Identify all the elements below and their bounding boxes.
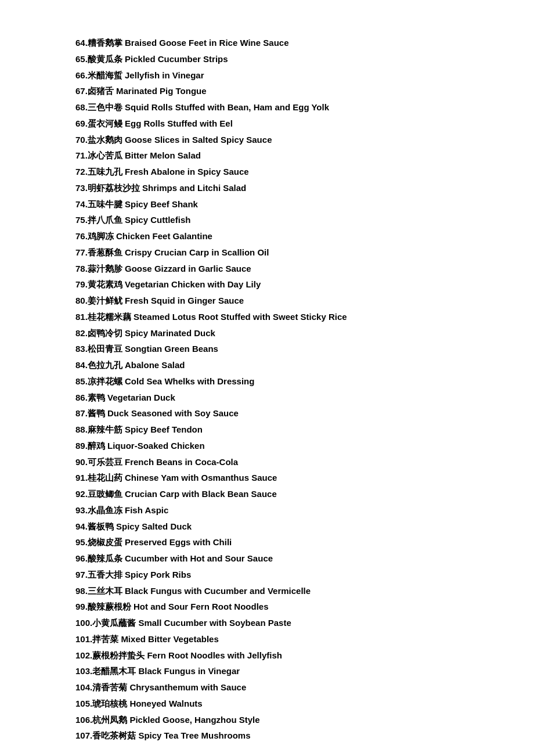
item-number-chinese: 106.杭州凤鹅: [75, 715, 127, 725]
menu-item: 89.醉鸡 Liquor-Soaked Chicken: [75, 438, 459, 454]
item-english: Braised Goose Feet in Rice Wine Sauce: [125, 38, 288, 48]
item-number-chinese: 71.冰心苦瓜: [75, 150, 122, 160]
menu-item: 103.老醋黑木耳 Black Fungus in Vinegar: [75, 663, 459, 679]
item-english: Spicy Beef Shank: [125, 199, 198, 209]
menu-item: 94.酱板鸭 Spicy Salted Duck: [75, 519, 459, 535]
item-number-chinese: 103.老醋黑木耳: [75, 666, 136, 676]
menu-item: 91.桂花山药 Chinese Yam with Osmanthus Sauce: [75, 470, 459, 486]
menu-item: 92.豆豉鲫鱼 Crucian Carp with Black Bean Sau…: [75, 486, 459, 502]
item-number-chinese: 70.盐水鹅肉: [75, 135, 122, 145]
menu-item: 80.姜汁鲜鱿 Fresh Squid in Ginger Sauce: [75, 293, 459, 309]
menu-item: 79.黄花素鸡 Vegetarian Chicken with Day Lily: [75, 276, 459, 293]
item-english: Spicy Salted Duck: [116, 521, 192, 531]
item-number-chinese: 83.松田青豆: [75, 344, 122, 354]
menu-item: 64.糟香鹅掌 Braised Goose Feet in Rice Wine …: [75, 35, 459, 51]
item-english: Mixed Bitter Vegetables: [121, 634, 218, 644]
menu-item: 105.琥珀核桃 Honeyed Walnuts: [75, 696, 459, 712]
item-english: Fresh Squid in Ginger Sauce: [125, 296, 244, 305]
menu-item: 101.拌苦菜 Mixed Bitter Vegetables: [75, 631, 459, 647]
item-number-chinese: 64.糟香鹅掌: [75, 38, 122, 48]
item-number-chinese: 69.蛋衣河鳗: [75, 118, 122, 128]
menu-item: 69.蛋衣河鳗 Egg Rolls Stuffed with Eel: [75, 116, 459, 132]
item-number-chinese: 91.桂花山药: [75, 473, 122, 483]
item-number-chinese: 99.酸辣蕨根粉: [75, 602, 131, 611]
item-number-chinese: 87.酱鸭: [75, 408, 105, 418]
item-english: Squid Rolls Stuffed with Bean, Ham and E…: [125, 102, 329, 112]
item-english: Abalone Salad: [125, 360, 185, 370]
menu-item: 86.素鸭 Vegetarian Duck: [75, 390, 459, 406]
menu-item: 78.蒜汁鹅胗 Goose Gizzard in Garlic Sauce: [75, 261, 459, 277]
item-english: French Beans in Coca-Cola: [125, 457, 238, 467]
menu-item: 81.桂花糯米藕 Steamed Lotus Root Stuffed with…: [75, 309, 459, 325]
item-number-chinese: 97.五香大排: [75, 570, 122, 579]
menu-list: 64.糟香鹅掌 Braised Goose Feet in Rice Wine …: [75, 35, 459, 744]
item-number-chinese: 75.拌八爪鱼: [75, 215, 122, 225]
item-number-chinese: 65.酸黄瓜条: [75, 54, 122, 64]
menu-item: 102.蕨根粉拌蛰头 Fern Root Noodles with Jellyf…: [75, 647, 459, 664]
item-number-chinese: 76.鸡脚冻: [75, 231, 114, 241]
item-number-chinese: 96.酸辣瓜条: [75, 553, 122, 563]
menu-item: 106.杭州凤鹅 Pickled Goose, Hangzhou Style: [75, 712, 459, 728]
item-english: Honeyed Walnuts: [129, 699, 202, 708]
item-number-chinese: 66.米醋海蜇: [75, 70, 122, 80]
item-number-chinese: 77.香葱酥鱼: [75, 247, 122, 257]
item-english: Pickled Goose, Hangzhou Style: [129, 715, 259, 725]
menu-item: 104.清香苦菊 Chrysanthemum with Sauce: [75, 679, 459, 696]
item-english: Crispy Crucian Carp in Scallion Oil: [125, 247, 269, 257]
menu-item: 107.香吃茶树菇 Spicy Tea Tree Mushrooms: [75, 728, 459, 744]
menu-item: 85.凉拌花螺 Cold Sea Whelks with Dressing: [75, 373, 459, 390]
item-number-chinese: 100.小黄瓜蘸酱: [75, 618, 136, 628]
menu-item: 88.麻辣牛筋 Spicy Beef Tendon: [75, 422, 459, 438]
item-number-chinese: 79.黄花素鸡: [75, 279, 122, 289]
menu-item: 99.酸辣蕨根粉 Hot and Sour Fern Root Noodles: [75, 599, 459, 615]
menu-item: 83.松田青豆 Songtian Green Beans: [75, 341, 459, 357]
item-english: Crucian Carp with Black Bean Sauce: [125, 489, 277, 499]
menu-item: 73.明虾荔枝沙拉 Shrimps and Litchi Salad: [75, 180, 459, 196]
menu-item: 76.鸡脚冻 Chicken Feet Galantine: [75, 228, 459, 244]
menu-item: 96.酸辣瓜条 Cucumber with Hot and Sour Sauce: [75, 550, 459, 567]
menu-item: 66.米醋海蜇 Jellyfish in Vinegar: [75, 67, 459, 84]
item-number-chinese: 84.色拉九孔: [75, 360, 122, 370]
item-english: Cold Sea Whelks with Dressing: [125, 376, 254, 386]
item-number-chinese: 80.姜汁鲜鱿: [75, 296, 122, 305]
item-number-chinese: 68.三色中卷: [75, 102, 122, 112]
item-english: Fish Aspic: [125, 505, 168, 515]
menu-item: 98.三丝木耳 Black Fungus with Cucumber and V…: [75, 583, 459, 599]
item-english: Fern Root Noodles with Jellyfish: [147, 650, 282, 660]
item-number-chinese: 85.凉拌花螺: [75, 376, 122, 386]
item-english: Steamed Lotus Root Stuffed with Sweet St…: [134, 312, 347, 322]
item-english: Liquor-Soaked Chicken: [107, 441, 205, 451]
menu-item: 74.五味牛腱 Spicy Beef Shank: [75, 196, 459, 213]
item-english: Black Fungus in Vinegar: [138, 666, 240, 676]
item-english: Marinated Pig Tongue: [116, 86, 207, 96]
item-english: Spicy Cuttlefish: [125, 215, 190, 225]
item-number-chinese: 101.拌苦菜: [75, 634, 118, 644]
item-number-chinese: 92.豆豉鲫鱼: [75, 489, 122, 499]
item-english: Jellyfish in Vinegar: [125, 70, 204, 80]
item-english: Chicken Feet Galantine: [116, 231, 212, 241]
item-number-chinese: 67.卤猪舌: [75, 86, 114, 96]
item-english: Spicy Marinated Duck: [125, 328, 215, 338]
item-number-chinese: 74.五味牛腱: [75, 199, 122, 209]
menu-item: 90.可乐芸豆 French Beans in Coca-Cola: [75, 454, 459, 470]
item-number-chinese: 98.三丝木耳: [75, 586, 122, 596]
menu-item: 82.卤鸭冷切 Spicy Marinated Duck: [75, 325, 459, 341]
item-number-chinese: 93.水晶鱼冻: [75, 505, 122, 515]
menu-item: 100.小黄瓜蘸酱 Small Cucumber with Soybean Pa…: [75, 615, 459, 631]
item-number-chinese: 82.卤鸭冷切: [75, 328, 122, 338]
item-english: Hot and Sour Fern Root Noodles: [134, 602, 269, 611]
item-english: Goose Gizzard in Garlic Sauce: [125, 264, 251, 273]
item-number-chinese: 72.五味九孔: [75, 167, 122, 177]
menu-item: 77.香葱酥鱼 Crispy Crucian Carp in Scallion …: [75, 244, 459, 261]
item-english: Black Fungus with Cucumber and Vermicell…: [125, 586, 311, 596]
menu-item: 65.酸黄瓜条 Pickled Cucumber Strips: [75, 51, 459, 67]
menu-item: 84.色拉九孔 Abalone Salad: [75, 357, 459, 373]
item-number-chinese: 102.蕨根粉拌蛰头: [75, 650, 145, 660]
item-english: Pickled Cucumber Strips: [125, 54, 228, 64]
item-number-chinese: 78.蒜汁鹅胗: [75, 264, 122, 273]
item-english: Cucumber with Hot and Sour Sauce: [125, 553, 273, 563]
item-number-chinese: 107.香吃茶树菇: [75, 730, 136, 740]
menu-item: 95.烧椒皮蛋 Preserved Eggs with Chili: [75, 534, 459, 550]
item-english: Vegetarian Duck: [107, 393, 175, 402]
item-english: Spicy Tea Tree Mushrooms: [138, 730, 250, 740]
